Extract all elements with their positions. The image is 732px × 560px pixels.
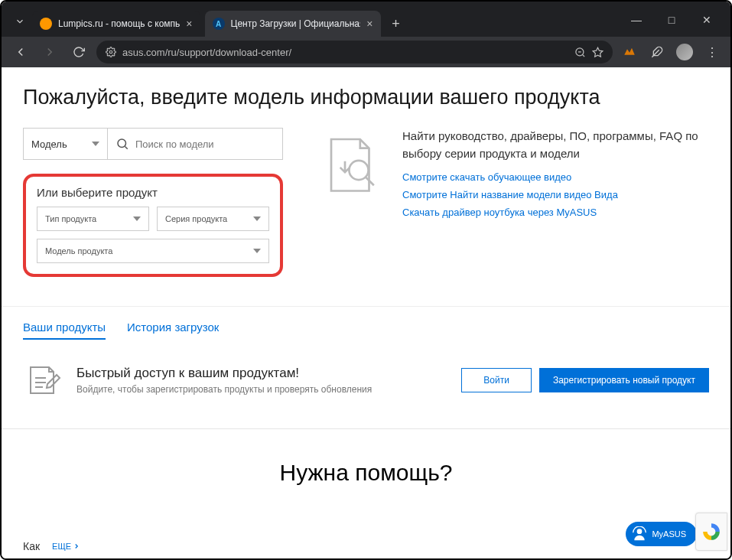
page-content: Пожалуйста, введите модель информации ва… [2, 67, 730, 558]
search-input[interactable] [135, 138, 275, 150]
browser-titlebar: Lumpics.ru - помощь с компь × A Центр За… [2, 2, 730, 37]
favicon-icon: A [213, 18, 225, 30]
model-select-label: Модель [31, 138, 67, 150]
browser-tab-active[interactable]: A Центр Загрузки | Официальная × [205, 11, 381, 37]
chevron-down-icon [92, 142, 99, 146]
svg-point-8 [349, 161, 368, 180]
quick-access-icon [23, 361, 61, 399]
myasus-driver-link[interactable]: Скачать драйвер ноутбука через MyASUS [402, 207, 709, 218]
model-category-select[interactable]: Модель [24, 129, 108, 159]
tab-search-icon[interactable] [11, 12, 29, 31]
product-type-select[interactable]: Тип продукта [37, 207, 149, 231]
close-window-button[interactable]: ✕ [689, 8, 724, 32]
forward-button[interactable] [38, 41, 61, 63]
svg-line-7 [125, 146, 127, 148]
tutorial-video-link[interactable]: Смотрите скачать обучающее видео [402, 171, 709, 183]
register-product-button[interactable]: Зарегистрировать новый продукт [539, 368, 709, 392]
url-text: asus.com/ru/support/download-center/ [122, 47, 568, 58]
close-icon[interactable]: × [186, 18, 192, 30]
back-button[interactable] [9, 41, 32, 63]
select-label: Модель продукта [45, 246, 112, 256]
search-bar: Модель [23, 128, 283, 160]
document-search-icon [314, 128, 390, 277]
browser-tab[interactable]: Lumpics.ru - помощь с компь × [32, 11, 200, 37]
login-button[interactable]: Войти [461, 368, 532, 392]
product-model-select[interactable]: Модель продукта [37, 239, 269, 263]
myasus-label: MyASUS [652, 529, 686, 539]
chevron-down-icon [253, 249, 261, 253]
search-icon [115, 137, 129, 151]
reload-button[interactable] [67, 41, 90, 63]
chevron-down-icon [253, 217, 261, 221]
tab-title: Lumpics.ru - помощь с компь [58, 18, 180, 29]
support-agent-icon [632, 526, 647, 542]
maximize-button[interactable]: □ [654, 8, 689, 32]
minimize-button[interactable]: ― [619, 8, 654, 32]
zoom-icon[interactable] [574, 47, 586, 58]
tab-your-products[interactable]: Ваши продукты [23, 321, 106, 340]
myasus-chat-badge[interactable]: MyASUS [626, 522, 697, 546]
extensions-icon[interactable] [646, 41, 668, 63]
tab-title: Центр Загрузки | Официальная [231, 18, 361, 29]
address-bar[interactable]: asus.com/ru/support/download-center/ [96, 41, 613, 63]
help-title: Нужна помощь? [2, 460, 730, 486]
browser-toolbar: asus.com/ru/support/download-center/ ⋮ [2, 37, 730, 67]
find-model-video-link[interactable]: Смотрите Найти название модели видео Вид… [402, 189, 709, 200]
page-title: Пожалуйста, введите модель информации ва… [23, 86, 709, 109]
quick-access-title: Быстрый доступ к вашим продуктам! [76, 366, 372, 381]
menu-button[interactable]: ⋮ [701, 41, 723, 63]
svg-point-0 [109, 50, 112, 54]
select-label: Серия продукта [165, 214, 227, 223]
new-tab-button[interactable]: + [386, 13, 407, 34]
bookmark-star-icon[interactable] [592, 47, 603, 58]
svg-line-2 [582, 54, 584, 57]
svg-point-13 [637, 529, 643, 534]
site-settings-icon[interactable] [106, 47, 116, 57]
extension-icon[interactable] [619, 41, 640, 63]
chevron-down-icon [133, 217, 141, 221]
quick-access-subtitle: Войдите, чтобы зарегистрировать продукты… [76, 384, 372, 395]
recaptcha-badge[interactable] [695, 513, 727, 551]
close-icon[interactable]: × [366, 18, 373, 30]
content-tabs: Ваши продукты История загрузок [23, 321, 709, 340]
profile-avatar[interactable] [674, 41, 695, 63]
tab-download-history[interactable]: История загрузок [127, 321, 219, 340]
how-label: Как [23, 540, 40, 552]
select-label: Тип продукта [45, 214, 96, 223]
more-link[interactable]: ЕЩЕ [52, 542, 80, 551]
svg-marker-4 [593, 47, 603, 57]
chevron-right-icon [73, 542, 80, 550]
favicon-icon [40, 18, 52, 30]
bottom-bar: Как ЕЩЕ [23, 540, 80, 552]
product-selector-box: Или выберите продукт Тип продукта Серия … [23, 174, 283, 277]
info-text: Найти руководство, драйверы, ПО, програм… [402, 128, 709, 162]
product-series-select[interactable]: Серия продукта [157, 207, 269, 231]
svg-point-6 [118, 139, 126, 148]
select-section-title: Или выберите продукт [37, 186, 269, 199]
